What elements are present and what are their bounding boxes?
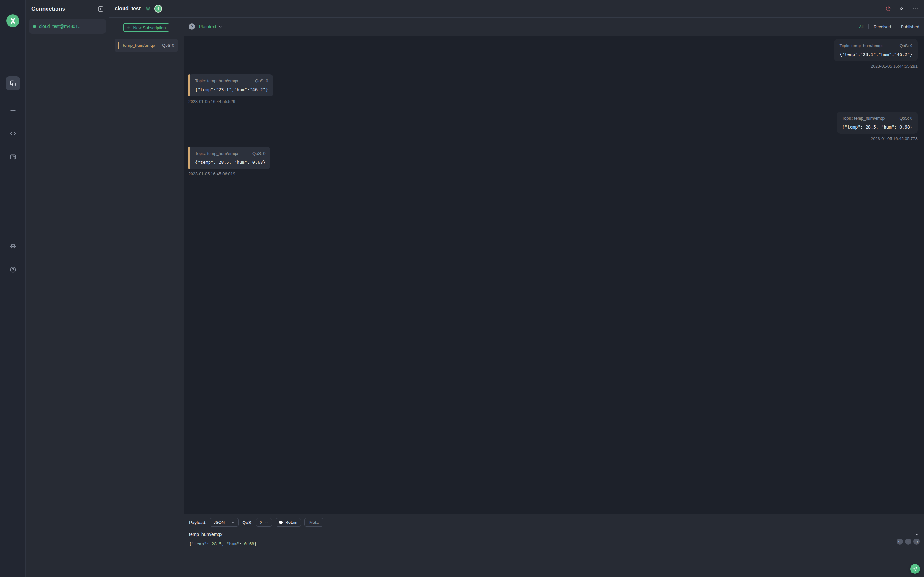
message-bubble[interactable]: Topic: temp_hum/emqx QoS: 0 {"temp": 28.… bbox=[188, 147, 270, 169]
message-topic: Topic: temp_hum/emqx bbox=[195, 79, 238, 83]
subscription-qos: QoS 0 bbox=[162, 43, 174, 48]
message-bubble[interactable]: Topic: temp_hum/emqx QoS: 0 {"temp":"23.… bbox=[188, 74, 273, 97]
log-icon bbox=[9, 153, 17, 161]
chevron-down-icon bbox=[218, 24, 223, 29]
message-list[interactable]: Topic: temp_hum/emqx QoS: 0 {"temp":"23.… bbox=[184, 36, 462, 288]
sidebar-item-help[interactable] bbox=[6, 263, 20, 277]
app-sidebar bbox=[0, 0, 26, 288]
double-chevron-down-icon bbox=[145, 5, 151, 12]
message-topic: Topic: temp_hum/emqx bbox=[195, 151, 238, 156]
connection-title: cloud_test bbox=[115, 6, 141, 11]
new-subscription-button[interactable]: New Subscription bbox=[123, 23, 170, 32]
sidebar-item-script[interactable] bbox=[6, 126, 20, 140]
connections-panel: Connections cloud_test@m4801... bbox=[26, 0, 109, 288]
collapse-messages-button[interactable] bbox=[145, 5, 151, 12]
gear-icon bbox=[9, 243, 17, 250]
new-collection-button[interactable] bbox=[97, 6, 104, 12]
mqttx-logo[interactable] bbox=[6, 15, 19, 27]
subscription-color-bar bbox=[118, 42, 119, 49]
plus-square-icon bbox=[97, 6, 104, 12]
payload-format-select[interactable]: Plaintext bbox=[199, 24, 223, 29]
payload-format-value: Plaintext bbox=[199, 24, 216, 29]
message-qos: QoS: 0 bbox=[255, 79, 268, 83]
subscription-item[interactable]: temp_hum/emqx QoS 0 bbox=[115, 39, 178, 52]
message-payload: {"temp":"23.1","hum":"46.2"} bbox=[195, 87, 268, 92]
payload-format-help-icon[interactable]: ? bbox=[189, 23, 195, 30]
help-icon bbox=[9, 266, 17, 274]
main-area: ? Plaintext All Received Published Topic… bbox=[184, 18, 462, 288]
connection-item[interactable]: cloud_test@m4801... bbox=[29, 19, 106, 34]
message-timestamp: 2023-01-05 16:44:55:529 bbox=[188, 99, 235, 104]
sidebar-item-log[interactable] bbox=[6, 150, 20, 164]
connections-title: Connections bbox=[31, 6, 65, 12]
connection-name: cloud_test@m4801... bbox=[39, 24, 82, 29]
connection-header: cloud_test 4 bbox=[109, 0, 462, 18]
connection-status-dot bbox=[33, 25, 36, 28]
message-timestamp: 2023-01-05 16:45:06:019 bbox=[188, 171, 235, 176]
subscription-topic: temp_hum/emqx bbox=[123, 43, 155, 48]
message-filter-bar: ? Plaintext All Received Published bbox=[184, 18, 462, 36]
sidebar-item-connections[interactable] bbox=[6, 76, 20, 90]
message-payload: {"temp": 28.5, "hum": 0.68} bbox=[195, 160, 265, 165]
sidebar-item-settings[interactable] bbox=[6, 239, 20, 253]
sidebar-item-new-connection[interactable] bbox=[6, 103, 20, 117]
connections-icon bbox=[9, 80, 17, 87]
subscriptions-panel: New Subscription temp_hum/emqx QoS 0 bbox=[109, 18, 184, 288]
message-count-badge: 4 bbox=[155, 5, 162, 12]
new-subscription-label: New Subscription bbox=[133, 25, 166, 30]
received-message: Topic: temp_hum/emqx QoS: 0 {"temp": 28.… bbox=[188, 147, 270, 176]
code-icon bbox=[9, 130, 17, 137]
message-qos: QoS: 0 bbox=[252, 151, 265, 156]
plus-icon bbox=[9, 107, 17, 114]
received-message: Topic: temp_hum/emqx QoS: 0 {"temp":"23.… bbox=[188, 74, 273, 104]
plus-icon bbox=[127, 26, 131, 30]
